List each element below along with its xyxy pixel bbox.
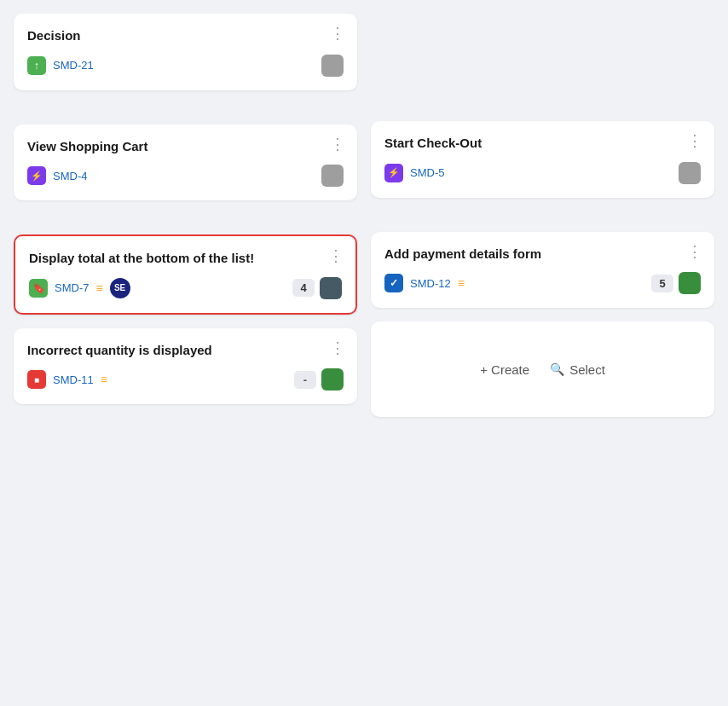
add-payment-num: 5 <box>651 275 673 292</box>
decision-footer-left: ↑ SMD-21 <box>27 56 94 75</box>
view-shopping-cart-card: ⋮ View Shopping Cart ⚡ SMD-4 <box>14 124 357 201</box>
start-checkout-card: ⋮ Start Check-Out ⚡ SMD-5 <box>371 121 714 198</box>
incorrect-quantity-card: ⋮ Incorrect quantity is displayed ■ SMD-… <box>14 328 357 405</box>
spacer4 <box>371 211 714 218</box>
start-checkout-footer-right <box>679 162 701 184</box>
add-payment-menu-icon[interactable]: ⋮ <box>687 244 702 259</box>
incorrect-qty-title: Incorrect quantity is displayed <box>27 342 344 359</box>
decision-card: ⋮ Decision ↑ SMD-21 <box>14 14 357 90</box>
incorrect-qty-footer: ■ SMD-11 ≡ - <box>27 368 344 391</box>
add-payment-card: ⋮ Add payment details form ✓ SMD-12 ≡ 5 <box>371 232 714 309</box>
display-total-num: 4 <box>292 279 315 297</box>
decision-title: Decision <box>27 27 344 44</box>
add-payment-footer: ✓ SMD-12 ≡ 5 <box>384 272 701 294</box>
display-total-card: ⋮ Display total at the bottom of the lis… <box>14 234 357 315</box>
incorrect-qty-color-square <box>321 368 344 391</box>
display-total-issue-id[interactable]: SMD-7 <box>55 281 89 294</box>
display-total-menu-icon[interactable]: ⋮ <box>328 248 344 263</box>
view-cart-footer-left: ⚡ SMD-4 <box>27 166 87 185</box>
add-payment-footer-right: 5 <box>651 272 701 294</box>
spacer1 <box>14 104 357 111</box>
create-select-card: + Create 🔍 Select <box>371 321 714 417</box>
start-checkout-issue-id[interactable]: SMD-5 <box>410 166 444 179</box>
incorrect-qty-issue-id[interactable]: SMD-11 <box>53 373 94 386</box>
decision-footer-right <box>321 55 344 77</box>
display-total-badge: 🔖 <box>29 279 48 298</box>
add-payment-priority: ≡ <box>458 276 465 290</box>
start-checkout-menu-icon[interactable]: ⋮ <box>687 133 702 148</box>
display-total-footer-left: 🔖 SMD-7 ≡ SE <box>29 278 130 298</box>
incorrect-qty-badge: ■ <box>27 370 46 389</box>
view-cart-badge: ⚡ <box>27 166 46 185</box>
incorrect-qty-priority: ≡ <box>101 373 107 386</box>
view-cart-color-square <box>321 165 344 187</box>
view-cart-menu-icon[interactable]: ⋮ <box>330 136 345 152</box>
view-cart-footer: ⚡ SMD-4 <box>27 165 344 187</box>
incorrect-qty-footer-left: ■ SMD-11 ≡ <box>27 370 107 389</box>
add-payment-title: Add payment details form <box>384 246 701 263</box>
start-checkout-footer: ⚡ SMD-5 <box>384 162 701 184</box>
incorrect-qty-footer-right: - <box>294 368 344 391</box>
start-checkout-title: Start Check-Out <box>384 135 701 152</box>
decision-badge: ↑ <box>27 56 46 75</box>
create-select-area: + Create 🔍 Select <box>463 335 622 403</box>
start-checkout-color-square <box>679 162 701 184</box>
add-payment-badge: ✓ <box>384 274 403 292</box>
decision-issue-id[interactable]: SMD-21 <box>53 59 94 72</box>
view-cart-title: View Shopping Cart <box>27 138 344 155</box>
display-total-title: Display total at the bottom of the list! <box>29 250 342 267</box>
spacer2 <box>14 214 357 221</box>
add-payment-issue-id[interactable]: SMD-12 <box>410 277 451 290</box>
add-payment-footer-left: ✓ SMD-12 ≡ <box>384 274 465 292</box>
view-cart-footer-right <box>321 165 344 187</box>
display-total-color-square <box>320 277 342 299</box>
view-cart-issue-id[interactable]: SMD-4 <box>53 170 87 182</box>
add-payment-color-square <box>679 272 701 294</box>
decision-menu-icon[interactable]: ⋮ <box>330 26 345 41</box>
start-checkout-footer-left: ⚡ SMD-5 <box>384 164 444 182</box>
start-checkout-badge: ⚡ <box>384 164 403 182</box>
select-button[interactable]: 🔍 Select <box>550 362 605 377</box>
incorrect-qty-menu-icon[interactable]: ⋮ <box>330 340 345 356</box>
display-total-priority: ≡ <box>95 281 102 295</box>
display-total-footer: 🔖 SMD-7 ≡ SE 4 <box>29 277 342 299</box>
right-top-spacer <box>371 14 714 87</box>
decision-footer: ↑ SMD-21 <box>27 55 344 77</box>
decision-color-square <box>321 55 344 77</box>
display-total-footer-right: 4 <box>292 277 342 299</box>
spacer3 <box>371 101 714 107</box>
incorrect-qty-num: - <box>294 371 316 389</box>
select-label: Select <box>569 362 605 377</box>
create-button[interactable]: + Create <box>480 362 529 377</box>
search-icon: 🔍 <box>550 362 564 376</box>
display-total-avatar: SE <box>110 278 130 298</box>
